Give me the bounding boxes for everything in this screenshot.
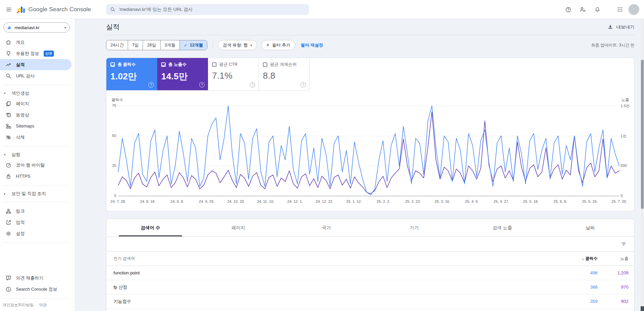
tab-countries[interactable]: 국가: [282, 219, 370, 236]
pages-icon: [5, 101, 12, 107]
caret-down-icon: ▾: [4, 153, 7, 156]
query-cell: 기능점수: [106, 298, 560, 305]
magnifier-icon: [5, 73, 12, 79]
tab-search-appearance[interactable]: 검색 노출: [458, 219, 546, 236]
range-7d[interactable]: 7일: [128, 40, 143, 50]
card-total-impressions[interactable]: 총 노출수 14.5만 ?: [157, 58, 208, 91]
divider: [2, 202, 68, 202]
terms-link[interactable]: 약관: [39, 303, 47, 308]
main-content: 실적 내보내기 24시간 7일 28일 3개월 ✓ 12개월 검색 유형: 웹 …: [75, 19, 644, 311]
x-tick: 25. 6. 29.: [582, 199, 598, 203]
left-axis-title: 클릭수: [111, 97, 123, 102]
scrollbar-bottom-cap: [641, 306, 644, 311]
links-tree-icon: [5, 208, 12, 214]
tab-pages[interactable]: 페이지: [194, 219, 283, 236]
tab-dates[interactable]: 날짜: [546, 219, 634, 236]
card-average-position[interactable]: 평균 게재순위 8.8 ?: [259, 58, 310, 91]
url-inspection-search[interactable]: 'medianavi.kr'에 있는 모든 URL 검사: [106, 4, 309, 15]
plus-icon: +: [266, 42, 269, 48]
checkbox-unchecked-icon[interactable]: [263, 62, 267, 67]
apps-grid-icon: [617, 6, 623, 13]
column-query: 인기 검색어: [106, 256, 560, 261]
sidebar-item-core-web-vitals[interactable]: 코어 웹 바이탈: [0, 159, 75, 171]
sidebar-item-overview[interactable]: 개요: [0, 37, 75, 48]
x-tick: 25. 3. 16.: [435, 199, 450, 203]
sidebar-item-label: 개요: [16, 39, 25, 45]
sidebar-item-label: 실적: [16, 62, 25, 68]
gear-icon: [5, 231, 12, 237]
sidebar-item-pages[interactable]: 페이지: [0, 98, 75, 109]
sidebar-item-removals[interactable]: 삭제: [0, 132, 75, 143]
range-24h[interactable]: 24시간: [106, 40, 128, 50]
notifications-icon[interactable]: [591, 3, 603, 16]
search-type-dropdown[interactable]: 검색 유형: 웹 ▾: [218, 40, 257, 50]
column-clicks-sorted[interactable]: ↓ 클릭수: [560, 256, 598, 261]
last-update-text: 최종 업데이트: 3시간 전: [591, 42, 635, 48]
app-logo[interactable]: Google Search Console: [17, 5, 91, 14]
help-icon[interactable]: ?: [148, 82, 154, 88]
checkbox-checked-icon[interactable]: [161, 62, 166, 67]
help-icon[interactable]: ?: [250, 82, 255, 88]
section-security[interactable]: ▸ 보안 및 직접 조치: [0, 189, 75, 198]
bell-icon: [594, 6, 601, 13]
column-impressions[interactable]: 노출: [598, 256, 634, 261]
divider: [213, 41, 213, 49]
range-12m-selected[interactable]: ✓ 12개월: [180, 40, 207, 50]
filter-list-icon[interactable]: [621, 241, 627, 247]
table-row[interactable]: fp 산정 386 970: [106, 280, 634, 294]
page-scrollbar[interactable]: [641, 19, 644, 311]
table-row[interactable]: function point 496 1,209: [106, 266, 634, 280]
page-header: 실적 내보내기: [106, 19, 635, 35]
x-tick: 25. 7. 20.: [611, 199, 627, 203]
reset-filters-link[interactable]: 필터 재설정: [301, 42, 323, 48]
privacy-link[interactable]: 개인정보처리방침: [2, 303, 34, 308]
user-settings-icon[interactable]: [577, 3, 589, 16]
card-average-ctr[interactable]: 평균 CTR 7.1% ?: [208, 58, 259, 91]
feedback-button[interactable]: 의견 제출하기: [0, 272, 75, 284]
range-3m[interactable]: 3개월: [160, 40, 180, 50]
x-tick: 25. 4. 6.: [465, 199, 479, 203]
checkbox-unchecked-icon[interactable]: [212, 62, 216, 67]
sidebar-item-url-inspection[interactable]: URL 검사: [0, 70, 75, 81]
sidebar-item-https[interactable]: HTTPS: [0, 171, 75, 182]
sidebar-item-performance[interactable]: 실적: [0, 59, 71, 70]
divider: [2, 85, 68, 85]
x-tick: 25. 4. 27.: [494, 199, 509, 203]
checkbox-checked-icon[interactable]: [110, 62, 115, 67]
menu-icon[interactable]: [2, 3, 16, 16]
account-avatar[interactable]: [628, 4, 639, 15]
dimension-tabs: 검색어 수 페이지 국가 기기 검색 노출 날짜: [106, 219, 634, 237]
sidebar-item-videos[interactable]: 동영상: [0, 109, 75, 120]
export-button[interactable]: 내보내기: [607, 24, 635, 30]
range-28d[interactable]: 28일: [143, 40, 160, 50]
tab-queries[interactable]: 검색어 수: [106, 219, 194, 236]
card-total-clicks[interactable]: 총 클릭수 1.02만 ?: [106, 58, 157, 91]
sidebar-item-achievements[interactable]: 업적: [0, 217, 75, 228]
add-filter-button[interactable]: + 필터 추가: [261, 40, 295, 50]
scrollbar-thumb[interactable]: [641, 60, 644, 209]
tab-devices[interactable]: 기기: [370, 219, 458, 236]
sidebar-item-sitemaps[interactable]: Sitemaps: [0, 120, 75, 132]
x-tick: 24. 12. 22.: [316, 199, 333, 203]
help-icon[interactable]: ?: [300, 82, 306, 88]
metric-cards: 총 클릭수 1.02만 ? 총 노출수 14.5만 ? 평균 CTR 7.1% …: [106, 58, 634, 91]
table-row[interactable]: 기능점수 359 902: [106, 294, 634, 309]
sidebar-item-links[interactable]: 링크: [0, 206, 75, 217]
help-icon[interactable]: ?: [199, 82, 205, 88]
google-apps-icon[interactable]: [614, 3, 626, 16]
right-axis-title: 노출: [608, 97, 629, 102]
about-search-console[interactable]: Search Console 정보: [0, 284, 75, 295]
x-tick: 25. 2. 23.: [405, 199, 421, 203]
about-label: Search Console 정보: [16, 286, 57, 292]
series-클릭수: [118, 106, 619, 195]
section-experience[interactable]: ▾ 실험: [0, 150, 75, 159]
sidebar-item-settings[interactable]: 설정: [0, 228, 75, 239]
help-icon[interactable]: [562, 3, 574, 16]
feedback-label: 의견 제출하기: [16, 275, 44, 281]
sidebar-item-insights[interactable]: 유용한 정보 신규: [0, 48, 75, 59]
property-selector[interactable]: medianavi.kr ▾: [3, 22, 70, 33]
sidebar-item-label: 코어 웹 바이탈: [16, 162, 45, 168]
section-indexing[interactable]: ▾ 색인생성: [0, 89, 75, 98]
trending-up-icon: [5, 62, 12, 68]
external-link-icon: [5, 219, 12, 226]
